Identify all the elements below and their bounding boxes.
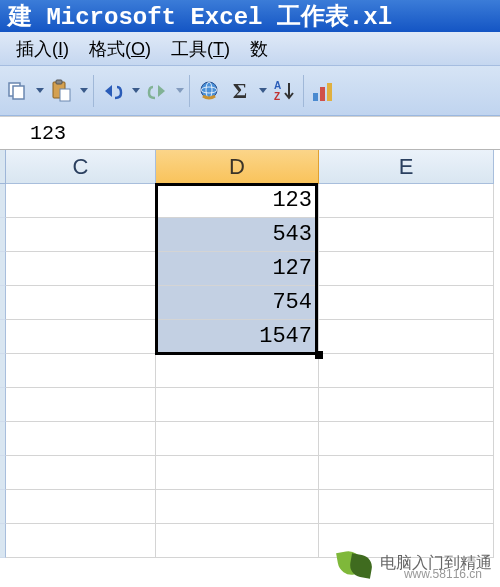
cell[interactable] bbox=[319, 354, 494, 388]
title-text: 建 Microsoft Excel 工作表.xl bbox=[8, 0, 392, 32]
svg-rect-10 bbox=[313, 93, 318, 101]
chart-button[interactable] bbox=[308, 73, 338, 109]
copy-dropdown[interactable] bbox=[33, 73, 45, 109]
grid-body: 123 543 127 754 1547 bbox=[0, 184, 500, 558]
cell[interactable] bbox=[6, 218, 156, 252]
formula-value: 123 bbox=[30, 122, 66, 145]
undo-dropdown[interactable] bbox=[129, 73, 141, 109]
redo-dropdown[interactable] bbox=[173, 73, 185, 109]
copy-button[interactable] bbox=[2, 73, 32, 109]
watermark-logo-icon bbox=[336, 547, 376, 579]
toolbar: Σ A Z bbox=[0, 66, 500, 116]
menu-format[interactable]: 格式(O) bbox=[79, 33, 161, 65]
cell[interactable] bbox=[156, 354, 319, 388]
watermark: 电脑入门到精通 www.58116.cn bbox=[336, 547, 492, 579]
redo-button[interactable] bbox=[142, 73, 172, 109]
cell[interactable]: 543 bbox=[156, 218, 319, 252]
col-header-d[interactable]: D bbox=[156, 150, 319, 184]
sigma-icon: Σ bbox=[233, 78, 247, 104]
menu-data[interactable]: 数 bbox=[240, 33, 278, 65]
cell[interactable] bbox=[6, 354, 156, 388]
cell[interactable] bbox=[319, 320, 494, 354]
cell[interactable]: 754 bbox=[156, 286, 319, 320]
cell[interactable] bbox=[6, 388, 156, 422]
svg-text:A: A bbox=[274, 80, 281, 91]
cell[interactable]: 127 bbox=[156, 252, 319, 286]
cell[interactable] bbox=[319, 184, 494, 218]
sort-asc-button[interactable]: A Z bbox=[269, 73, 299, 109]
col-header-c[interactable]: C bbox=[6, 150, 156, 184]
separator bbox=[189, 75, 190, 107]
cell[interactable] bbox=[6, 524, 156, 558]
column-headers: C D E bbox=[0, 150, 500, 184]
undo-button[interactable] bbox=[98, 73, 128, 109]
paste-dropdown[interactable] bbox=[77, 73, 89, 109]
spreadsheet: C D E 123 543 127 754 bbox=[0, 150, 500, 558]
cell[interactable] bbox=[156, 456, 319, 490]
cell[interactable] bbox=[6, 422, 156, 456]
svg-rect-12 bbox=[327, 83, 332, 101]
cell[interactable]: 1547 bbox=[156, 320, 319, 354]
autosum-button[interactable]: Σ bbox=[225, 73, 255, 109]
cell[interactable] bbox=[156, 524, 319, 558]
watermark-url: www.58116.cn bbox=[404, 567, 482, 581]
svg-rect-11 bbox=[320, 87, 325, 101]
cell[interactable] bbox=[319, 456, 494, 490]
cell[interactable] bbox=[6, 456, 156, 490]
cell[interactable] bbox=[6, 490, 156, 524]
menu-bar: 插入(I) 格式(O) 工具(T) 数 bbox=[0, 32, 500, 66]
separator bbox=[93, 75, 94, 107]
formula-bar[interactable]: 123 bbox=[0, 116, 500, 150]
svg-rect-1 bbox=[13, 86, 24, 99]
col-header-e[interactable]: E bbox=[319, 150, 494, 184]
cell[interactable] bbox=[156, 422, 319, 456]
cell[interactable] bbox=[319, 490, 494, 524]
svg-text:Z: Z bbox=[274, 91, 280, 102]
autosum-dropdown[interactable] bbox=[256, 73, 268, 109]
cell[interactable] bbox=[6, 252, 156, 286]
separator bbox=[303, 75, 304, 107]
cell[interactable] bbox=[319, 252, 494, 286]
cell[interactable] bbox=[156, 388, 319, 422]
cell[interactable]: 123 bbox=[156, 184, 319, 218]
paste-button[interactable] bbox=[46, 73, 76, 109]
hyperlink-button[interactable] bbox=[194, 73, 224, 109]
menu-tools[interactable]: 工具(T) bbox=[161, 33, 240, 65]
cell[interactable] bbox=[319, 422, 494, 456]
cell[interactable] bbox=[156, 490, 319, 524]
cell[interactable] bbox=[6, 184, 156, 218]
menu-insert[interactable]: 插入(I) bbox=[6, 33, 79, 65]
cell[interactable] bbox=[6, 286, 156, 320]
cell[interactable] bbox=[6, 320, 156, 354]
cell[interactable] bbox=[319, 286, 494, 320]
cell[interactable] bbox=[319, 388, 494, 422]
window-titlebar: 建 Microsoft Excel 工作表.xl bbox=[0, 0, 500, 32]
svg-rect-4 bbox=[60, 89, 70, 101]
cell[interactable] bbox=[319, 218, 494, 252]
svg-rect-3 bbox=[56, 80, 62, 84]
